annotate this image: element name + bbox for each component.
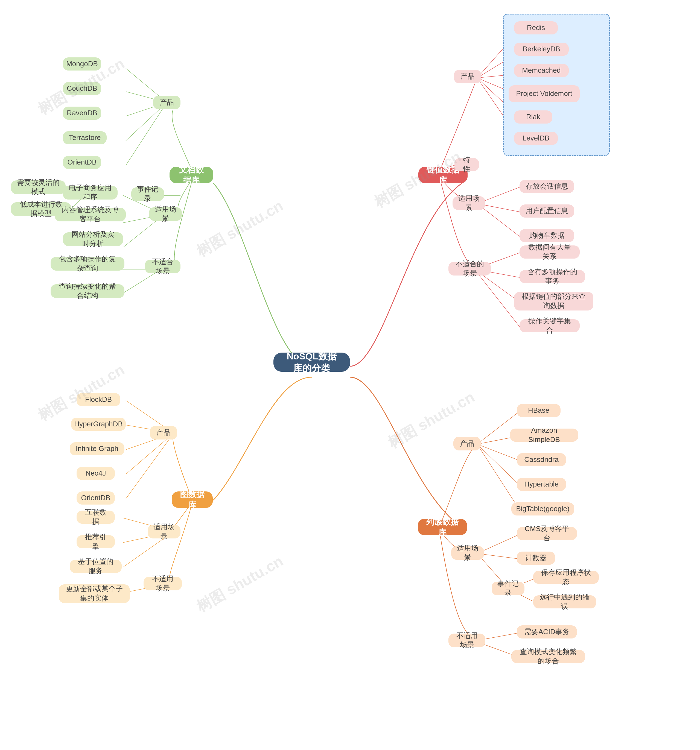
columnar-db-node: 列族数据库: [418, 519, 467, 535]
col-s3a: 保存应用程序状态: [533, 571, 599, 584]
doc-suitable-node: 适用场景: [149, 207, 182, 221]
kv-prod-memcached: Memcached: [514, 64, 569, 77]
doc-not-suitable-node: 不适合场景: [145, 260, 180, 273]
kv-prod-berkeleydb: BerkeleyDB: [514, 43, 569, 56]
kv-ns1: 数据间有大量关系: [520, 246, 580, 258]
document-db-node: 文档数据库: [169, 167, 213, 183]
watermark-2: 树图 shutu.cn: [193, 196, 287, 261]
doc-ns2: 查询持续变化的聚合结构: [51, 284, 125, 298]
graph-not-suitable-node: 不适用场景: [143, 577, 182, 590]
graph-ns1: 更新全部或某个子集的实体: [59, 584, 130, 603]
col-not-suitable-node: 不适用场景: [448, 633, 485, 647]
kv-prod-redis: Redis: [514, 22, 558, 34]
center-label: NoSQL数据库的分类: [283, 350, 340, 374]
kv-s2: 用户配置信息: [520, 204, 574, 218]
doc-ecapp: 电子商务应用程序: [63, 186, 118, 200]
svg-line-4: [126, 103, 167, 165]
doc-extra1: 需要较灵活的模式: [11, 180, 66, 194]
kv-s1: 存放会话信息: [520, 180, 574, 193]
col-s2: 计数器: [517, 552, 555, 565]
kv-ns3: 根据键值的部分来查询数据: [514, 292, 593, 310]
col-prod-hbase: HBase: [517, 404, 560, 417]
graph-s2: 推荐引擎: [77, 535, 115, 548]
svg-line-38: [477, 444, 520, 485]
document-db-label: 文档数据库: [177, 164, 206, 186]
col-products-node: 产品: [453, 437, 481, 450]
col-prod-cassdndra: Cassdndra: [517, 453, 566, 466]
graph-products-node: 产品: [150, 426, 177, 440]
doc-prod-couchdb: CouchDB: [63, 82, 101, 95]
graph-db-label: 图数据库: [179, 489, 205, 510]
columnar-db-label: 列族数据库: [425, 516, 459, 538]
kv-ns2: 含有多项操作的事务: [520, 270, 585, 283]
col-prod-hypertable: Hypertable: [517, 478, 566, 491]
kv-not-suitable-node: 不适合的场景: [448, 262, 491, 275]
col-ns1: 需要ACID事务: [517, 626, 577, 638]
kv-prod-riak: Riak: [514, 111, 552, 123]
svg-line-15: [477, 204, 520, 237]
col-s1: CMS及博客平台: [517, 527, 577, 540]
graph-prod-flockdb: FlockDB: [77, 393, 120, 406]
doc-prod-orientdb: OrientDB: [63, 156, 101, 169]
graph-s1: 互联数据: [77, 510, 115, 524]
col-event-record: 事件记录: [492, 582, 525, 595]
kv-suitable-node: 适用场景: [452, 196, 485, 210]
watermark-3: 树图 shutu.cn: [34, 360, 128, 426]
col-ns2: 查询模式变化频繁的场合: [511, 650, 585, 663]
graph-suitable-node: 适用场景: [148, 525, 180, 538]
col-prod-simpledb: Amazon SimpleDB: [510, 429, 578, 442]
watermark-6: 树图 shutu.cn: [193, 551, 287, 617]
col-s3b: 远行中遇到的错误: [533, 595, 596, 609]
graph-prod-infinitegraph: Infinite Graph: [70, 442, 125, 455]
doc-products-node: 产品: [153, 96, 180, 109]
doc-analytics: 网站分析及实时分析: [63, 232, 123, 246]
doc-prod-mongodb: MongoDB: [63, 57, 101, 71]
svg-line-30: [126, 433, 174, 499]
col-suitable-node: 适用场景: [451, 546, 484, 560]
doc-cms: 内容管理系统及博客平台: [55, 208, 126, 221]
kv-products-node: 产品: [454, 70, 481, 83]
doc-ns1: 包含多项操作的复杂查询: [51, 257, 125, 270]
kv-s3: 购物车数据: [520, 229, 574, 242]
graph-prod-orientdb: OrientDB: [77, 492, 115, 504]
kv-feature-node: 特性: [454, 158, 479, 171]
mind-map: 树图 shutu.cn 树图 shutu.cn 树图 shutu.cn 树图 s…: [0, 0, 700, 750]
doc-prod-ravendb: RavenDB: [63, 107, 101, 120]
graph-db-node: 图数据库: [172, 492, 213, 508]
kv-prod-leveldb: LevelDB: [514, 132, 558, 145]
svg-line-37: [477, 444, 520, 461]
kv-prod-voldemort: Project Voldemort: [509, 85, 580, 102]
graph-s3: 基于位置的服务: [70, 560, 122, 573]
doc-products-label: 产品: [160, 98, 174, 107]
doc-event-record: 事件记录: [131, 187, 164, 201]
graph-prod-neo4j: Neo4J: [77, 467, 115, 480]
doc-prod-terrastore: Terrastore: [63, 131, 107, 144]
kv-ns4: 操作关键字集合: [520, 319, 580, 332]
center-node: NoSQL数据库的分类: [274, 353, 350, 372]
col-prod-bigtable: BigTable(google): [511, 503, 574, 515]
graph-prod-hypergraphdb: HyperGraphDB: [71, 418, 126, 431]
svg-line-39: [477, 444, 520, 510]
